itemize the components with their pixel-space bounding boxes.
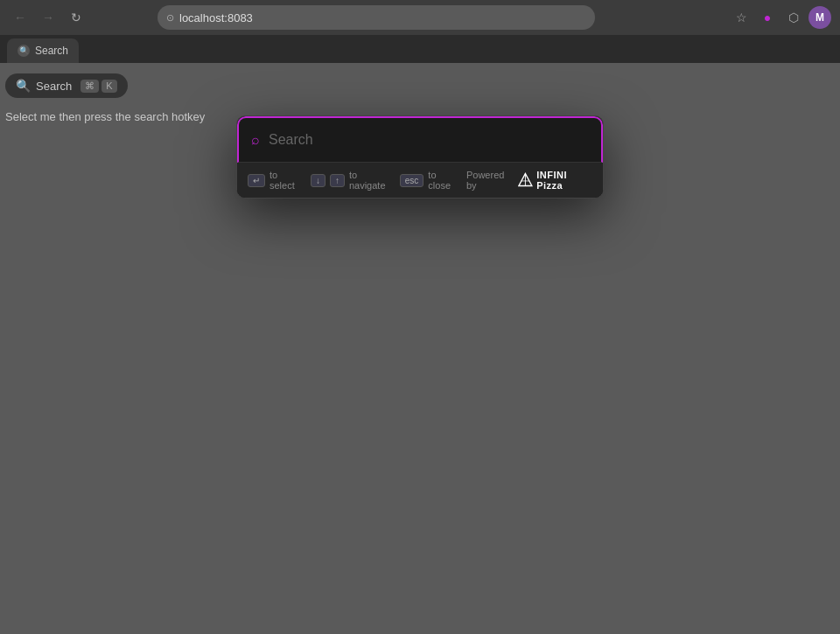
active-tab[interactable]: 🔍 Search xyxy=(7,38,79,63)
tab-favicon: 🔍 xyxy=(18,45,30,57)
search-footer: ↵ to select ↓ ↑ to navigate esc to close… xyxy=(237,163,603,198)
extensions-button[interactable]: ⬡ xyxy=(782,6,805,29)
search-input[interactable] xyxy=(269,118,589,162)
avatar-initial: M xyxy=(816,11,824,24)
search-favicon-icon: 🔍 xyxy=(19,46,29,55)
back-icon: ← xyxy=(14,10,26,24)
search-modal: ⌕ ↵ to select ↓ ↑ to navigate esc to clo… xyxy=(236,115,604,199)
lock-icon: ⊙ xyxy=(166,12,174,24)
hint-select: ↵ to select xyxy=(248,170,302,191)
reload-button[interactable]: ↻ xyxy=(65,6,88,29)
tab-title: Search xyxy=(35,45,68,57)
up-key: ↑ xyxy=(330,174,345,187)
back-button[interactable]: ← xyxy=(9,6,32,29)
reload-icon: ↻ xyxy=(71,10,81,24)
powered-by-label: Powered by xyxy=(466,170,514,191)
search-input-container: ⌕ xyxy=(237,116,603,163)
star-icon: ☆ xyxy=(736,10,747,24)
tab-bar: 🔍 Search xyxy=(0,35,840,63)
profile-button[interactable]: M xyxy=(808,6,831,29)
infini-pizza-logo: INFINI Pizza xyxy=(518,170,592,191)
brand-name: INFINI Pizza xyxy=(536,170,592,191)
browser-toolbar: ← → ↻ ⊙ localhost:8083 ☆ ● ⬡ M xyxy=(0,0,840,35)
hint-navigate-label: to navigate xyxy=(349,170,391,191)
url-text: localhost:8083 xyxy=(179,11,253,24)
forward-button[interactable]: → xyxy=(37,6,60,29)
powered-by: Powered by INFINI Pizza xyxy=(466,170,592,191)
page-content: 🔍 Search ⌘ K Select me then press the se… xyxy=(0,63,840,634)
infini-pizza-icon xyxy=(518,172,533,188)
hint-close: esc to close xyxy=(400,170,458,191)
opera-icon: ● xyxy=(764,10,771,24)
forward-icon: → xyxy=(42,10,54,24)
down-key: ↓ xyxy=(311,174,326,187)
browser-chrome: ← → ↻ ⊙ localhost:8083 ☆ ● ⬡ M xyxy=(0,0,840,63)
search-modal-overlay: ⌕ ↵ to select ↓ ↑ to navigate esc to clo… xyxy=(0,63,840,634)
extensions-icon: ⬡ xyxy=(788,10,799,24)
enter-key: ↵ xyxy=(248,174,265,187)
hint-select-label: to select xyxy=(270,170,302,191)
hint-navigate: ↓ ↑ to navigate xyxy=(311,170,391,191)
opera-icon-button[interactable]: ● xyxy=(756,6,779,29)
esc-key: esc xyxy=(400,174,424,187)
star-button[interactable]: ☆ xyxy=(730,6,752,29)
search-modal-icon: ⌕ xyxy=(251,132,260,148)
hint-close-label: to close xyxy=(428,170,458,191)
address-bar[interactable]: ⊙ localhost:8083 xyxy=(158,5,595,30)
browser-actions: ☆ ● ⬡ M xyxy=(730,6,831,29)
